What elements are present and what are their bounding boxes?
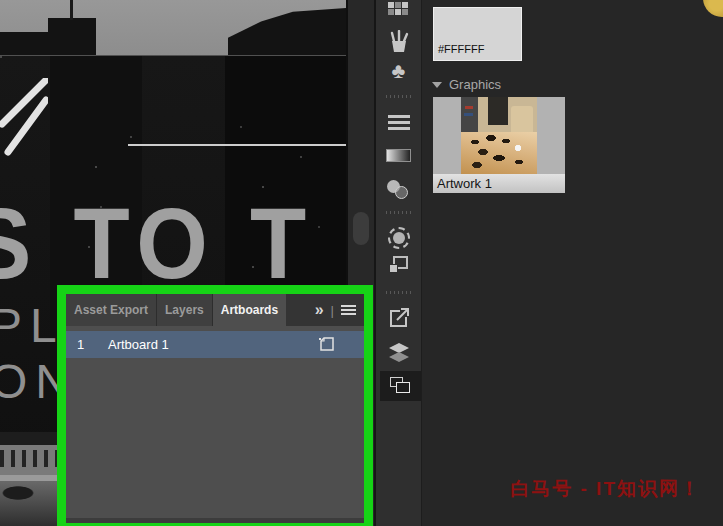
panel-bottom-edge [66,518,364,523]
graphics-section-label: Graphics [449,77,501,92]
gradient-icon[interactable] [376,149,421,162]
graphics-item-artwork[interactable]: Artwork 1 [433,97,565,193]
thumbnail-detail [464,113,473,116]
artboard-row[interactable]: 1 Artboard 1 [66,331,364,358]
color-swatch[interactable]: #FFFFFF [433,7,522,61]
building-silhouette [0,32,50,56]
artboards-list: 1 Artboard 1 [66,331,364,523]
libraries-panel: #FFFFFF Graphics Artwork 1 白马号 - IT知识网！ [423,0,723,526]
tab-layers[interactable]: Layers [157,294,213,326]
antenna-silhouette [70,0,73,20]
tabbar-extras: » | [286,294,364,326]
watermark-text: 白马号 - IT知识网！ [510,476,701,502]
poster-partial-text: PL [0,298,65,353]
tabbar-separator: | [331,303,334,318]
collapse-chevrons-icon[interactable]: » [315,302,324,318]
tab-artboards[interactable]: Artboards [213,294,286,326]
group-divider [386,95,413,98]
window-lights [0,56,2,58]
photo-shadow-band [0,432,58,445]
disclosure-triangle-icon [432,82,442,88]
artboard-page-icon[interactable] [318,337,336,352]
export-icon[interactable] [376,308,421,328]
artboards-icon[interactable] [380,371,421,401]
panel-dock-toolbar: ♣ [374,0,422,526]
panel-tabbar: Asset Export Layers Artboards » | [66,294,364,326]
layers-icon[interactable] [376,343,421,362]
poster-headline-text: S TO T [0,186,346,301]
thumbnail-table [461,132,537,174]
brushes-icon[interactable] [376,30,421,54]
artwork-thumbnail [461,97,537,174]
building-facade [0,445,58,475]
paper-plane-logo-icon [0,78,48,170]
graphics-section-header[interactable]: Graphics [432,77,501,92]
artboard-number: 1 [66,337,108,352]
poster-divider-line [128,144,346,146]
poster-street-photo [0,432,58,526]
illustrator-workspace: S TO T PL ON [0,0,723,526]
swatches-icon[interactable] [376,1,421,17]
artwork-label-strip: Artwork 1 [433,174,565,193]
building-silhouette [48,18,96,56]
artwork-label: Artwork 1 [437,176,492,191]
facade-windows [0,450,58,467]
street-foreground [0,481,58,526]
artboard-name[interactable]: Artboard 1 [108,337,169,352]
thumbnail-window [488,97,508,125]
artboards-panel-highlighted: Asset Export Layers Artboards » | 1 Artb… [57,285,373,526]
tab-asset-export[interactable]: Asset Export [66,294,157,326]
symbols-icon[interactable]: ♣ [376,61,421,81]
appearance-icon[interactable] [376,227,421,249]
group-divider [386,211,413,214]
swatch-hex-label: #FFFFFF [438,43,484,55]
transparency-icon[interactable] [376,180,421,200]
graphic-styles-icon[interactable] [376,256,421,274]
stroke-icon[interactable] [376,112,421,133]
group-divider [386,291,413,294]
panel-menu-icon[interactable] [341,303,356,317]
thumbnail-detail [465,106,473,109]
scrollbar-thumb[interactable] [353,212,369,245]
